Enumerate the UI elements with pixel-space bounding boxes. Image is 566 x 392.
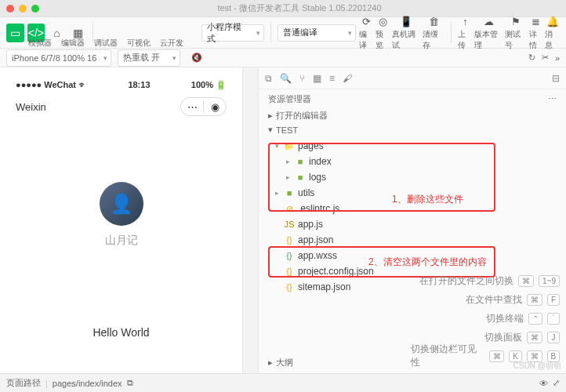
phone-time: 18:13 [128, 80, 150, 89]
preview-icon[interactable]: 👁 [539, 379, 548, 388]
branch-icon[interactable]: ⑂ [299, 73, 305, 84]
file-.eslintrc.js[interactable]: ⊘.eslintrc.js [259, 201, 566, 216]
tool-上传[interactable]: ↑上传 [458, 14, 473, 51]
simulator-panel: ●●●●● WeChat ᯤ 18:13 100% 🔋 Weixin ⋯ ◉ 👤… [0, 67, 243, 373]
hotreload-dropdown[interactable]: 热重载 开 [118, 49, 180, 67]
mode-dropdown[interactable]: 小程序模式 [201, 24, 264, 42]
cut-icon[interactable]: ✂ [542, 53, 549, 63]
tool-详情[interactable]: ≣详情 [529, 14, 544, 51]
ext-icon[interactable]: ▦ [313, 73, 321, 84]
expand-icon[interactable]: ⤢ [553, 378, 560, 388]
file-utils[interactable]: ▸■utils [259, 185, 566, 201]
phone-statusbar: ●●●●● WeChat ᯤ 18:13 100% 🔋 [8, 75, 234, 94]
rotate-icon[interactable]: ↻ [528, 53, 535, 63]
capsule[interactable]: ⋯ ◉ [180, 97, 227, 116]
zoom-dot[interactable] [31, 5, 39, 13]
device-dropdown[interactable]: iPhone 6/7/8 100% 16 [6, 49, 111, 67]
close-dot[interactable] [6, 5, 14, 13]
hint-row: 切换终端⌃` [411, 309, 560, 328]
simulator-button[interactable]: ▭ [6, 24, 24, 42]
hello-text: Hello World [93, 326, 149, 339]
tab-模拟器[interactable]: 模拟器 [28, 38, 52, 49]
file-app.wxss[interactable]: {}app.wxss [259, 248, 566, 263]
nav-title: Weixin [16, 101, 46, 113]
tool-清缓存[interactable]: 🗑清缓存 [423, 14, 444, 51]
tab-编辑器[interactable]: 编辑器 [61, 38, 85, 49]
copy-icon[interactable]: ⧉ [127, 378, 133, 388]
files-icon[interactable]: ⧉ [265, 73, 272, 84]
explorer-title-row: 资源管理器 ⋯ [259, 89, 566, 108]
file-logs[interactable]: ▸■logs [259, 169, 566, 185]
footer: 页面路径 | pages/index/index ⧉ 👁 ⤢ [0, 373, 566, 392]
tab-调试器[interactable]: 调试器 [94, 38, 118, 49]
avatar[interactable]: 👤 [100, 182, 143, 226]
nickname: 山月记 [105, 234, 138, 248]
tool-测试号[interactable]: ⚑测试号 [505, 14, 527, 51]
phone-nav: Weixin ⋯ ◉ [8, 94, 234, 119]
more-icon[interactable]: » [555, 53, 560, 63]
capsule-more-icon[interactable]: ⋯ [181, 101, 203, 113]
tool-编译[interactable]: ⟳编译 [359, 14, 374, 51]
file-pages[interactable]: ▾📁pages [259, 138, 566, 154]
open-editors-section[interactable]: ▸打开的编辑器 [259, 108, 566, 123]
sub-toolbar: iPhone 6/7/8 100% 16 热重载 开 🔇 ↻ ✂ » [0, 49, 566, 67]
window-title: test - 微信开发者工具 Stable 1.05.2201240 [39, 2, 560, 14]
tool-消息[interactable]: 🔔消息 [545, 14, 560, 51]
wifi-icon: ᯤ [78, 80, 87, 89]
capsule-close-icon[interactable]: ◉ [204, 101, 226, 113]
explorer-panel: ⧉ 🔍 ⑂ ▦ ≡ 🖌 ⊟ 资源管理器 ⋯ ▸打开的编辑器 ▾TEST ▾📁pa… [259, 67, 566, 373]
layout-icon[interactable]: ⊟ [552, 73, 560, 84]
tool-预览[interactable]: ◎预览 [376, 14, 390, 51]
tool-真机调试[interactable]: 📱真机调试 [392, 14, 421, 51]
tool-版本管理[interactable]: ☁版本管理 [474, 14, 503, 51]
page-path[interactable]: pages/index/index [53, 379, 122, 388]
db-icon[interactable]: ≡ [329, 73, 335, 84]
hint-row: 在打开的文件之间切换⌘1~9 [411, 271, 560, 290]
minimize-dot[interactable] [19, 5, 27, 13]
explorer-more-icon[interactable]: ⋯ [548, 94, 557, 104]
watermark: CSDN @明明 [513, 361, 561, 372]
battery-icon: 🔋 [216, 80, 227, 89]
hint-row: 在文件中查找⌘F [411, 290, 560, 309]
outline-section[interactable]: ▸大纲 [259, 355, 303, 370]
mute-icon[interactable]: 🔇 [191, 53, 202, 63]
brush-icon[interactable]: 🖌 [343, 73, 352, 84]
file-index[interactable]: ▸■index [259, 154, 566, 169]
traffic-lights [6, 5, 39, 13]
gutter[interactable] [243, 67, 259, 373]
tab-可视化[interactable]: 可视化 [127, 38, 151, 49]
file-app.js[interactable]: JSapp.js [259, 216, 566, 232]
compile-dropdown[interactable]: 普通编译 [278, 24, 356, 42]
tab-云开发[interactable]: 云开发 [160, 38, 183, 49]
editor-tabs: ⧉ 🔍 ⑂ ▦ ≡ 🖌 ⊟ [259, 67, 566, 89]
project-section[interactable]: ▾TEST [259, 123, 566, 136]
file-app.json[interactable]: {}app.json [259, 232, 566, 248]
search-icon[interactable]: 🔍 [280, 73, 292, 84]
